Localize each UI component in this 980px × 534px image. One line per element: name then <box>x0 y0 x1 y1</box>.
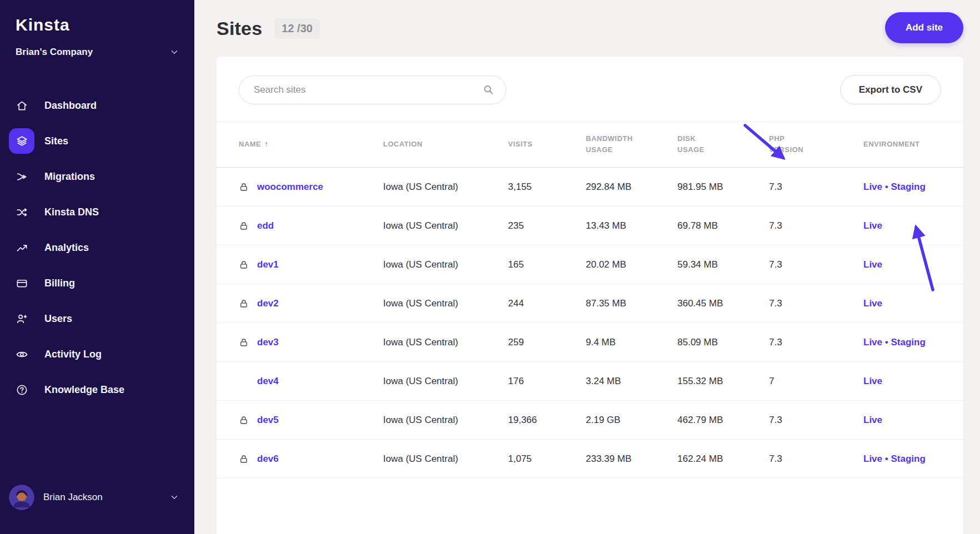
env-live-link[interactable]: Live <box>863 220 882 231</box>
visits-cell: 176 <box>508 376 586 387</box>
bandwidth-cell: 20.02 MB <box>586 259 677 270</box>
env-live-link[interactable]: Live <box>863 337 882 347</box>
bandwidth-cell: 13.43 MB <box>586 220 677 231</box>
user-name: Brian Jackson <box>43 492 169 503</box>
add-site-button[interactable]: Add site <box>885 12 963 43</box>
env-separator: • <box>882 454 891 464</box>
visits-cell: 235 <box>508 220 586 231</box>
sidebar-item-kinsta-dns[interactable]: Kinsta DNS <box>0 194 194 230</box>
page-title: Sites <box>217 18 262 39</box>
company-selector[interactable]: Brian's Company <box>0 41 194 63</box>
analytics-icon <box>9 235 34 260</box>
location-cell: Iowa (US Central) <box>383 298 508 309</box>
sidebar-item-sites[interactable]: Sites <box>0 123 194 159</box>
environment-cell: Live <box>863 376 941 387</box>
site-name-link[interactable]: dev3 <box>257 337 279 348</box>
column-label: PHP VERSION <box>769 133 806 155</box>
column-header-visits[interactable]: VISITS <box>508 139 586 150</box>
column-label: NAME <box>239 140 261 148</box>
location-cell: Iowa (US Central) <box>383 454 508 465</box>
sidebar-item-activity-log[interactable]: Activity Log <box>0 336 194 372</box>
visits-cell: 244 <box>508 298 586 309</box>
lock-icon <box>239 182 249 192</box>
env-live-link[interactable]: Live <box>863 415 882 425</box>
name-cell: dev5 <box>239 415 383 426</box>
search-icon[interactable] <box>483 84 494 95</box>
env-live-link[interactable]: Live <box>863 376 882 386</box>
sites-toolbar: Export to CSV <box>217 57 963 121</box>
app-root: Kinsta Brian's Company DashboardSitesMig… <box>0 0 980 534</box>
search-input[interactable] <box>239 75 506 104</box>
sidebar-item-dashboard[interactable]: Dashboard <box>0 88 194 123</box>
lock-icon <box>239 260 249 270</box>
question-circle-icon <box>9 377 34 402</box>
column-label: BANDWIDTH USAGE <box>586 133 639 155</box>
migrations-icon <box>9 164 34 189</box>
column-header-location[interactable]: LOCATION <box>383 139 508 150</box>
sidebar-item-label: Billing <box>44 278 75 289</box>
name-cell: dev4 <box>239 376 383 387</box>
environment-cell: Live <box>863 259 941 270</box>
export-csv-button[interactable]: Export to CSV <box>840 75 941 104</box>
disk-cell: 360.45 MB <box>677 298 769 309</box>
bandwidth-cell: 87.35 MB <box>586 298 677 309</box>
column-label: LOCATION <box>383 139 423 150</box>
env-live-link[interactable]: Live <box>863 298 882 309</box>
disk-cell: 155.32 MB <box>677 376 769 387</box>
site-name-link[interactable]: dev2 <box>257 298 279 309</box>
column-header-environment[interactable]: ENVIRONMENT <box>863 139 941 150</box>
php-version-cell: 7.3 <box>769 337 863 348</box>
table-row: dev2Iowa (US Central)24487.35 MB360.45 M… <box>217 284 963 323</box>
location-cell: Iowa (US Central) <box>383 220 508 231</box>
disk-cell: 85.09 MB <box>677 337 769 348</box>
php-version-cell: 7.3 <box>769 454 863 465</box>
env-staging-link[interactable]: Staging <box>891 454 925 464</box>
site-name-link[interactable]: woocommerce <box>257 182 323 193</box>
site-name-link[interactable]: edd <box>257 220 274 231</box>
table-row: dev3Iowa (US Central)2599.4 MB85.09 MB7.… <box>217 323 963 362</box>
site-name-link[interactable]: dev5 <box>257 415 279 426</box>
name-cell: dev1 <box>239 259 383 270</box>
environment-cell: Live • Staging <box>863 337 941 348</box>
column-header-bandwidth-usage[interactable]: BANDWIDTH USAGE <box>586 133 677 155</box>
php-version-cell: 7 <box>769 376 863 387</box>
sidebar-item-migrations[interactable]: Migrations <box>0 159 194 194</box>
environment-cell: Live <box>863 220 941 231</box>
eye-icon <box>9 341 34 367</box>
table-row: dev1Iowa (US Central)16520.02 MB59.34 MB… <box>217 245 963 284</box>
env-staging-link[interactable]: Staging <box>891 337 925 347</box>
env-live-link[interactable]: Live <box>863 259 882 270</box>
sites-count-badge: 12 /30 <box>274 18 320 39</box>
sidebar-item-analytics[interactable]: Analytics <box>0 230 194 265</box>
name-cell: dev6 <box>239 454 383 465</box>
table-row: dev5Iowa (US Central)19,3662.19 GB462.79… <box>217 401 963 440</box>
column-header-name[interactable]: NAME↑ <box>239 138 383 150</box>
disk-cell: 162.24 MB <box>677 454 769 465</box>
lock-icon <box>239 415 249 425</box>
lock-icon <box>239 337 249 347</box>
site-name-link[interactable]: dev4 <box>257 376 279 387</box>
location-cell: Iowa (US Central) <box>383 259 508 270</box>
column-header-disk-usage[interactable]: DISK USAGE <box>677 133 769 155</box>
sidebar-item-users[interactable]: Users <box>0 301 194 336</box>
site-name-link[interactable]: dev6 <box>257 454 279 465</box>
env-live-link[interactable]: Live <box>863 182 882 192</box>
column-header-php-version[interactable]: PHP VERSION <box>769 133 863 155</box>
table-row: dev4Iowa (US Central)1763.24 MB155.32 MB… <box>217 362 963 401</box>
name-cell: edd <box>239 220 383 231</box>
sidebar-item-knowledge-base[interactable]: Knowledge Base <box>0 372 194 407</box>
sidebar: Kinsta Brian's Company DashboardSitesMig… <box>0 0 194 534</box>
disk-cell: 69.78 MB <box>677 220 769 231</box>
visits-cell: 259 <box>508 337 586 348</box>
sidebar-nav: DashboardSitesMigrationsKinsta DNSAnalyt… <box>0 88 194 407</box>
php-version-cell: 7.3 <box>769 259 863 270</box>
env-live-link[interactable]: Live <box>863 454 882 464</box>
sidebar-item-label: Knowledge Base <box>44 384 124 396</box>
site-name-link[interactable]: dev1 <box>257 259 279 270</box>
kinsta-logo[interactable]: Kinsta <box>0 12 194 36</box>
user-menu[interactable]: Brian Jackson <box>0 482 194 513</box>
env-staging-link[interactable]: Staging <box>891 182 925 192</box>
sidebar-item-billing[interactable]: Billing <box>0 265 194 301</box>
location-cell: Iowa (US Central) <box>383 415 508 426</box>
page-header: Sites 12 /30 Add site <box>217 12 963 44</box>
